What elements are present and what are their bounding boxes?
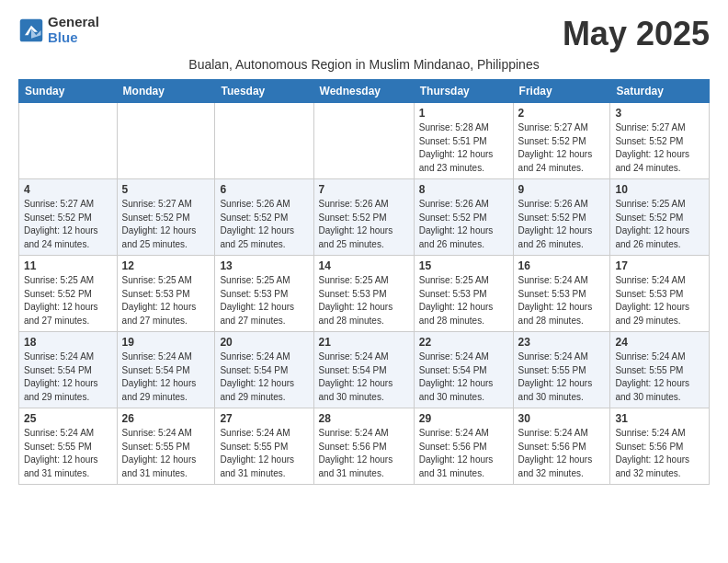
day-number: 8	[419, 183, 508, 196]
calendar-week-row: 25Sunrise: 5:24 AM Sunset: 5:55 PM Dayli…	[19, 408, 710, 485]
calendar-cell: 22Sunrise: 5:24 AM Sunset: 5:54 PM Dayli…	[414, 332, 513, 408]
day-number: 18	[24, 336, 112, 349]
day-info: Sunrise: 5:27 AM Sunset: 5:52 PM Dayligh…	[122, 198, 210, 251]
day-info: Sunrise: 5:24 AM Sunset: 5:55 PM Dayligh…	[220, 427, 308, 480]
logo-icon	[18, 17, 44, 43]
day-number: 11	[24, 259, 112, 272]
day-info: Sunrise: 5:24 AM Sunset: 5:54 PM Dayligh…	[122, 350, 210, 404]
calendar-header-monday: Monday	[117, 80, 215, 103]
day-number: 29	[419, 412, 508, 425]
day-info: Sunrise: 5:26 AM Sunset: 5:52 PM Dayligh…	[518, 198, 606, 251]
calendar-cell: 10Sunrise: 5:25 AM Sunset: 5:52 PM Dayli…	[610, 179, 710, 256]
calendar-cell: 13Sunrise: 5:25 AM Sunset: 5:53 PM Dayli…	[215, 256, 313, 332]
day-number: 27	[220, 412, 308, 425]
day-number: 21	[319, 336, 409, 349]
day-info: Sunrise: 5:24 AM Sunset: 5:53 PM Dayligh…	[615, 274, 704, 327]
day-info: Sunrise: 5:24 AM Sunset: 5:55 PM Dayligh…	[24, 427, 112, 480]
page: General Blue May 2025 Bualan, Autonomous…	[0, 0, 728, 494]
day-info: Sunrise: 5:27 AM Sunset: 5:52 PM Dayligh…	[615, 121, 704, 175]
calendar-cell: 16Sunrise: 5:24 AM Sunset: 5:53 PM Dayli…	[513, 256, 610, 332]
calendar-cell: 3Sunrise: 5:27 AM Sunset: 5:52 PM Daylig…	[610, 103, 710, 179]
logo-blue-text: Blue	[48, 30, 99, 46]
calendar-cell	[215, 103, 313, 179]
calendar-cell: 11Sunrise: 5:25 AM Sunset: 5:52 PM Dayli…	[19, 256, 118, 332]
day-info: Sunrise: 5:25 AM Sunset: 5:52 PM Dayligh…	[24, 274, 112, 327]
day-number: 20	[220, 336, 308, 349]
day-info: Sunrise: 5:24 AM Sunset: 5:55 PM Dayligh…	[122, 427, 210, 480]
calendar-cell: 4Sunrise: 5:27 AM Sunset: 5:52 PM Daylig…	[19, 179, 118, 256]
calendar-week-row: 4Sunrise: 5:27 AM Sunset: 5:52 PM Daylig…	[19, 179, 710, 256]
calendar-table: SundayMondayTuesdayWednesdayThursdayFrid…	[18, 79, 710, 485]
month-title: May 2025	[563, 15, 710, 53]
calendar-cell: 25Sunrise: 5:24 AM Sunset: 5:55 PM Dayli…	[19, 408, 118, 485]
day-info: Sunrise: 5:24 AM Sunset: 5:54 PM Dayligh…	[220, 350, 308, 404]
day-info: Sunrise: 5:24 AM Sunset: 5:53 PM Dayligh…	[518, 274, 606, 327]
calendar-header-friday: Friday	[513, 80, 610, 103]
calendar-cell: 24Sunrise: 5:24 AM Sunset: 5:55 PM Dayli…	[610, 332, 710, 408]
day-info: Sunrise: 5:25 AM Sunset: 5:53 PM Dayligh…	[122, 274, 210, 327]
calendar-cell: 19Sunrise: 5:24 AM Sunset: 5:54 PM Dayli…	[117, 332, 215, 408]
calendar-cell	[117, 103, 215, 179]
day-number: 25	[24, 412, 112, 425]
calendar-cell: 31Sunrise: 5:24 AM Sunset: 5:56 PM Dayli…	[610, 408, 710, 485]
day-info: Sunrise: 5:24 AM Sunset: 5:56 PM Dayligh…	[319, 427, 409, 480]
day-number: 12	[122, 259, 210, 272]
day-number: 19	[122, 336, 210, 349]
logo-general-text: General	[48, 15, 99, 30]
calendar-header-saturday: Saturday	[610, 80, 710, 103]
day-number: 15	[419, 259, 508, 272]
calendar-cell: 14Sunrise: 5:25 AM Sunset: 5:53 PM Dayli…	[313, 256, 414, 332]
calendar-cell	[313, 103, 414, 179]
day-info: Sunrise: 5:24 AM Sunset: 5:56 PM Dayligh…	[518, 427, 606, 480]
day-info: Sunrise: 5:26 AM Sunset: 5:52 PM Dayligh…	[319, 198, 409, 251]
calendar-cell: 18Sunrise: 5:24 AM Sunset: 5:54 PM Dayli…	[19, 332, 118, 408]
calendar-header-wednesday: Wednesday	[313, 80, 414, 103]
day-info: Sunrise: 5:24 AM Sunset: 5:54 PM Dayligh…	[319, 350, 409, 404]
calendar-cell: 12Sunrise: 5:25 AM Sunset: 5:53 PM Dayli…	[117, 256, 215, 332]
calendar-cell: 21Sunrise: 5:24 AM Sunset: 5:54 PM Dayli…	[313, 332, 414, 408]
day-info: Sunrise: 5:27 AM Sunset: 5:52 PM Dayligh…	[518, 121, 606, 175]
calendar-cell: 20Sunrise: 5:24 AM Sunset: 5:54 PM Dayli…	[215, 332, 313, 408]
logo-text: General Blue	[48, 15, 99, 45]
day-number: 17	[615, 259, 704, 272]
day-info: Sunrise: 5:26 AM Sunset: 5:52 PM Dayligh…	[419, 198, 508, 251]
calendar-cell: 15Sunrise: 5:25 AM Sunset: 5:53 PM Dayli…	[414, 256, 513, 332]
calendar-cell: 23Sunrise: 5:24 AM Sunset: 5:55 PM Dayli…	[513, 332, 610, 408]
day-number: 9	[518, 183, 606, 196]
calendar-cell: 1Sunrise: 5:28 AM Sunset: 5:51 PM Daylig…	[414, 103, 513, 179]
logo: General Blue	[18, 15, 99, 45]
calendar-cell: 29Sunrise: 5:24 AM Sunset: 5:56 PM Dayli…	[414, 408, 513, 485]
day-info: Sunrise: 5:28 AM Sunset: 5:51 PM Dayligh…	[419, 121, 508, 175]
day-info: Sunrise: 5:25 AM Sunset: 5:53 PM Dayligh…	[319, 274, 409, 327]
calendar-header-thursday: Thursday	[414, 80, 513, 103]
calendar-cell: 2Sunrise: 5:27 AM Sunset: 5:52 PM Daylig…	[513, 103, 610, 179]
calendar-cell: 8Sunrise: 5:26 AM Sunset: 5:52 PM Daylig…	[414, 179, 513, 256]
calendar-cell	[19, 103, 118, 179]
calendar-week-row: 18Sunrise: 5:24 AM Sunset: 5:54 PM Dayli…	[19, 332, 710, 408]
day-number: 22	[419, 336, 508, 349]
day-number: 31	[615, 412, 704, 425]
calendar-cell: 17Sunrise: 5:24 AM Sunset: 5:53 PM Dayli…	[610, 256, 710, 332]
day-info: Sunrise: 5:24 AM Sunset: 5:54 PM Dayligh…	[419, 350, 508, 404]
day-info: Sunrise: 5:24 AM Sunset: 5:54 PM Dayligh…	[24, 350, 112, 404]
day-number: 24	[615, 336, 704, 349]
calendar-cell: 28Sunrise: 5:24 AM Sunset: 5:56 PM Dayli…	[313, 408, 414, 485]
day-number: 10	[615, 183, 704, 196]
header: General Blue May 2025	[18, 15, 710, 53]
day-number: 4	[24, 183, 112, 196]
calendar-header-row: SundayMondayTuesdayWednesdayThursdayFrid…	[19, 80, 710, 103]
day-number: 2	[518, 107, 606, 120]
day-info: Sunrise: 5:27 AM Sunset: 5:52 PM Dayligh…	[24, 198, 112, 251]
subtitle: Bualan, Autonomous Region in Muslim Mind…	[18, 57, 710, 72]
day-info: Sunrise: 5:26 AM Sunset: 5:52 PM Dayligh…	[220, 198, 308, 251]
day-number: 23	[518, 336, 606, 349]
day-info: Sunrise: 5:24 AM Sunset: 5:55 PM Dayligh…	[518, 350, 606, 404]
calendar-cell: 26Sunrise: 5:24 AM Sunset: 5:55 PM Dayli…	[117, 408, 215, 485]
calendar-cell: 30Sunrise: 5:24 AM Sunset: 5:56 PM Dayli…	[513, 408, 610, 485]
day-info: Sunrise: 5:25 AM Sunset: 5:53 PM Dayligh…	[419, 274, 508, 327]
calendar-cell: 6Sunrise: 5:26 AM Sunset: 5:52 PM Daylig…	[215, 179, 313, 256]
day-number: 30	[518, 412, 606, 425]
day-number: 1	[419, 107, 508, 120]
calendar-cell: 9Sunrise: 5:26 AM Sunset: 5:52 PM Daylig…	[513, 179, 610, 256]
day-number: 7	[319, 183, 409, 196]
